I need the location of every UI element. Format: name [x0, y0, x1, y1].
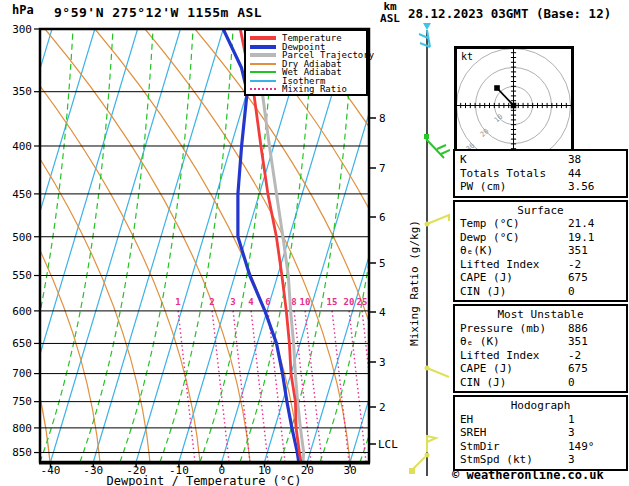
background-grid	[0, 29, 450, 462]
hodograph-unit-label: kt	[461, 51, 473, 62]
table-row: CAPE (J)675	[455, 362, 626, 376]
table-row: Lifted Index-2	[455, 349, 626, 363]
table-row: SREH3	[455, 426, 626, 440]
mixing-ratio-label: 25	[357, 297, 368, 307]
mixing-ratio-line	[268, 310, 285, 462]
hodograph-ring-label: 20	[479, 127, 491, 139]
table-row-label: EH	[460, 413, 568, 427]
table-row-value: 1	[568, 413, 626, 427]
table-row-label: Lifted Index	[460, 349, 568, 363]
table-row-value: 351	[568, 335, 626, 349]
km-tick-label: 4	[379, 306, 386, 319]
mixing-ratio-line	[305, 310, 322, 462]
pressure-tick-label: 850	[12, 446, 32, 459]
table-row-label: SREH	[460, 426, 568, 440]
table-row-label: PW (cm)	[460, 180, 568, 194]
table-title: Hodograph	[455, 399, 626, 413]
pressure-tick-label: 500	[12, 231, 32, 244]
table-row-label: θₑ (K)	[460, 335, 568, 349]
temp-tick-label: 30	[343, 464, 356, 477]
hodograph-ring-label: 10	[493, 113, 505, 125]
mixing-ratio-label: 15	[327, 297, 338, 307]
km-tick-label: 7	[379, 162, 386, 175]
copyright: © weatheronline.co.uk	[452, 468, 604, 482]
isotherm-line	[93, 29, 223, 462]
table-row-value: 21.4	[568, 217, 626, 231]
mixing-ratio-line	[233, 310, 250, 462]
table-row-label: CIN (J)	[460, 285, 568, 299]
table-title: Surface	[455, 204, 626, 218]
table-row-value: 351	[568, 244, 626, 258]
table-row: StmDir149°	[455, 440, 626, 454]
legend-item: Mixing Ratio	[250, 85, 363, 94]
table-row: CAPE (J)675	[455, 271, 626, 285]
table-row-value: 675	[568, 271, 626, 285]
legend-swatch-dry-adiabat	[250, 63, 276, 65]
mixing-ratio-label: 20	[344, 297, 355, 307]
stats-table-surface: SurfaceTemp (°C)21.4Dewp (°C)19.1θₑ(K)35…	[453, 200, 628, 303]
km-tick-label: 3	[379, 356, 386, 369]
x-axis-title: Dewpoint / Temperature (°C)	[106, 474, 301, 486]
stats-table-indices: K38Totals Totals44PW (cm)3.56	[453, 149, 628, 198]
wind-marker-2-icon	[424, 134, 450, 158]
mixing-ratio-line	[251, 310, 268, 462]
legend-label: Mixing Ratio	[282, 85, 347, 94]
table-row-label: Pressure (mb)	[460, 322, 568, 336]
km-tick-label: 5	[379, 257, 386, 270]
pressure-tick-label: 350	[12, 85, 32, 98]
stats-table-most-unstable: Most UnstablePressure (mb)886θₑ (K)351Li…	[453, 304, 628, 393]
km-tick-label: 8	[379, 112, 386, 125]
table-row-label: StmSpd (kt)	[460, 453, 568, 467]
table-row: Totals Totals44	[455, 167, 626, 181]
km-tick-label: 6	[379, 211, 386, 224]
table-row: Lifted Index-2	[455, 258, 626, 272]
table-row-value: 675	[568, 362, 626, 376]
wind-marker-5-icon	[427, 436, 436, 452]
dry-adiabat-line	[395, 29, 450, 462]
table-row-value: 38	[568, 153, 626, 167]
legend-swatch-dewpoint	[250, 45, 276, 49]
table-row-label: CAPE (J)	[460, 271, 568, 285]
wind-marker-3-icon	[425, 215, 450, 227]
mixing-ratio-label: 10	[300, 297, 311, 307]
mixing-ratio-label: 3	[230, 297, 235, 307]
legend-swatch-wet-adiabat	[250, 71, 276, 73]
hodograph-trace-end-marker	[494, 85, 500, 91]
wind-marker-4-icon	[425, 366, 450, 378]
legend-swatch-temperature	[250, 36, 276, 40]
wet-adiabat-line	[80, 29, 153, 462]
legend-swatch-parcel-trajectory	[250, 53, 276, 57]
legend-swatch-mixing-ratio	[250, 88, 276, 90]
table-row-label: CAPE (J)	[460, 362, 568, 376]
wet-adiabat-line	[360, 29, 433, 462]
table-row-value: 0	[568, 376, 626, 390]
mixing-ratio-label: 4	[248, 297, 254, 307]
lcl-label: LCL	[378, 438, 398, 451]
table-row-label: StmDir	[460, 440, 568, 454]
table-row-label: Temp (°C)	[460, 217, 568, 231]
table-row: θₑ (K)351	[455, 335, 626, 349]
mixing-ratio-line	[212, 310, 229, 462]
stats-tables: K38Totals Totals44PW (cm)3.56SurfaceTemp…	[453, 149, 628, 471]
table-row-value: 44	[568, 167, 626, 181]
table-row-value: -2	[568, 349, 626, 363]
wet-adiabat-line	[40, 29, 113, 462]
temp-tick-label: -30	[83, 464, 103, 477]
km-tick-label: 2	[379, 401, 386, 414]
table-row-label: Dewp (°C)	[460, 231, 568, 245]
table-row: K38	[455, 153, 626, 167]
table-title: Most Unstable	[455, 308, 626, 322]
table-row: EH1	[455, 413, 626, 427]
pressure-tick-label: 700	[12, 367, 32, 380]
temp-tick-label: 20	[301, 464, 314, 477]
skewt-diagram: 3003504004505005506006507007508008501234…	[0, 0, 450, 486]
table-row-value: 886	[568, 322, 626, 336]
mixing-ratio-axis-label: Mixing Ratio (g/kg)	[408, 220, 421, 346]
pressure-tick-label: 750	[12, 395, 32, 408]
table-row-value: 19.1	[568, 231, 626, 245]
mixing-ratio-label: 1	[175, 297, 180, 307]
temp-tick-label: -40	[41, 464, 61, 477]
table-row-label: CIN (J)	[460, 376, 568, 390]
pressure-tick-label: 550	[12, 269, 32, 282]
wet-adiabat-line	[0, 29, 73, 462]
